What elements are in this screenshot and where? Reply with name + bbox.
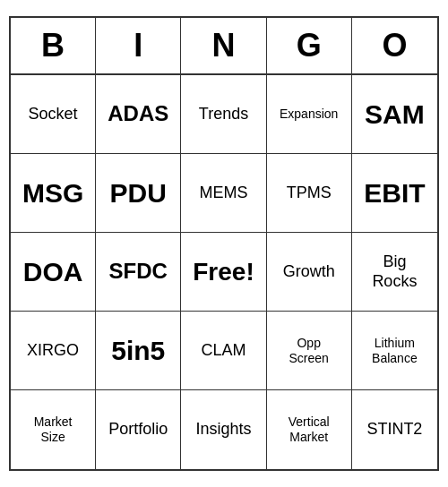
cell-text: Insights <box>195 420 251 440</box>
bingo-header: BINGO <box>11 18 437 75</box>
bingo-cell: TPMS <box>267 154 352 233</box>
cell-text: EBIT <box>364 177 425 209</box>
cell-text: OppScreen <box>289 336 329 366</box>
bingo-cell: STINT2 <box>352 390 437 469</box>
cell-text: Trends <box>199 105 248 124</box>
bingo-cell: Growth <box>267 233 352 312</box>
bingo-cell: Expansion <box>267 75 352 154</box>
cell-text: MarketSize <box>34 414 73 445</box>
header-letter: O <box>352 18 437 73</box>
bingo-cell: SAM <box>352 75 437 154</box>
cell-text: Growth <box>283 262 335 282</box>
cell-text: Portfolio <box>108 420 168 440</box>
cell-text: VerticalMarket <box>289 414 330 445</box>
cell-text: XIRGO <box>27 341 79 361</box>
bingo-cell: VerticalMarket <box>267 390 352 469</box>
bingo-cell: ADAS <box>96 75 181 154</box>
bingo-cell: Portfolio <box>96 390 181 469</box>
cell-text: BigRocks <box>372 252 417 291</box>
cell-text: TPMS <box>287 184 332 203</box>
bingo-cell: BigRocks <box>352 233 437 312</box>
bingo-cell: PDU <box>96 154 181 233</box>
cell-text: 5in5 <box>111 335 165 367</box>
bingo-cell: Insights <box>181 390 266 469</box>
bingo-cell: DOA <box>11 233 96 312</box>
cell-text: PDU <box>110 177 167 209</box>
bingo-cell: Trends <box>181 75 266 154</box>
bingo-cell: MarketSize <box>11 390 96 469</box>
bingo-cell: SFDC <box>96 233 181 312</box>
header-letter: B <box>11 18 96 73</box>
bingo-cell: OppScreen <box>267 312 352 390</box>
cell-text: ADAS <box>108 101 168 127</box>
cell-text: SAM <box>365 98 425 131</box>
bingo-cell: XIRGO <box>11 312 96 390</box>
cell-text: STINT2 <box>366 420 422 440</box>
cell-text: CLAM <box>201 341 246 361</box>
header-letter: N <box>181 18 266 73</box>
bingo-cell: Free! <box>181 233 266 312</box>
cell-text: SFDC <box>109 259 168 285</box>
bingo-cell: 5in5 <box>96 312 181 390</box>
cell-text: Expansion <box>280 107 338 122</box>
bingo-cell: CLAM <box>181 312 266 390</box>
header-letter: I <box>96 18 181 73</box>
bingo-grid: SocketADASTrendsExpansionSAMMSGPDUMEMSTP… <box>11 75 437 469</box>
bingo-cell: MSG <box>11 154 96 233</box>
cell-text: DOA <box>23 256 83 288</box>
header-letter: G <box>267 18 352 73</box>
bingo-cell: MEMS <box>181 154 266 233</box>
bingo-cell: Socket <box>11 75 96 154</box>
bingo-cell: EBIT <box>352 154 437 233</box>
cell-text: MEMS <box>199 184 247 203</box>
cell-text: Free! <box>193 257 254 287</box>
cell-text: MSG <box>22 177 83 209</box>
cell-text: Socket <box>29 105 78 124</box>
bingo-card: BINGO SocketADASTrendsExpansionSAMMSGPDU… <box>9 16 439 471</box>
cell-text: LithiumBalance <box>372 336 418 366</box>
bingo-cell: LithiumBalance <box>352 312 437 390</box>
